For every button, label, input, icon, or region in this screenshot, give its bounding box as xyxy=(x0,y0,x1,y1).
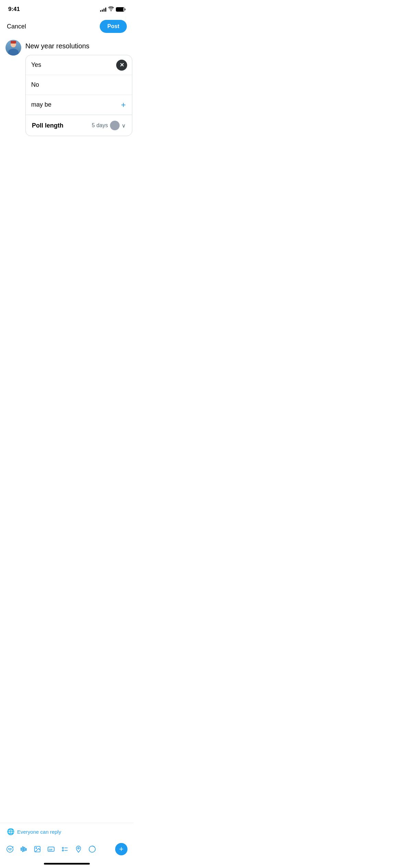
poll-container: ✕ + Poll length 5 days ∨ xyxy=(25,55,132,136)
tweet-content: New year resolutions ✕ + Poll length 5 xyxy=(25,40,132,136)
signal-icon xyxy=(100,7,106,12)
status-bar: 9:41 xyxy=(0,0,134,17)
post-button[interactable]: Post xyxy=(100,20,127,33)
poll-spinner xyxy=(110,121,120,130)
wifi-icon xyxy=(108,7,114,12)
poll-option-1-clear-button[interactable]: ✕ xyxy=(116,60,127,71)
poll-length-value-text: 5 days xyxy=(92,122,108,129)
battery-icon xyxy=(116,7,125,12)
poll-option-1: ✕ xyxy=(26,55,132,75)
avatar xyxy=(5,40,21,56)
cancel-button[interactable]: Cancel xyxy=(7,23,26,30)
poll-option-3-input[interactable] xyxy=(26,95,121,114)
status-time: 9:41 xyxy=(8,6,20,13)
poll-add-option-button[interactable]: + xyxy=(121,101,126,109)
poll-option-1-input[interactable] xyxy=(26,55,116,75)
poll-option-2 xyxy=(26,75,132,95)
poll-length-selector[interactable]: 5 days ∨ xyxy=(92,121,126,130)
poll-length-row: Poll length 5 days ∨ xyxy=(26,115,132,136)
poll-length-label: Poll length xyxy=(32,122,63,129)
compose-area: New year resolutions ✕ + Poll length 5 xyxy=(0,37,134,139)
poll-option-3: + xyxy=(26,95,132,115)
chevron-down-icon: ∨ xyxy=(122,122,126,129)
status-icons xyxy=(100,7,125,12)
nav-bar: Cancel Post xyxy=(0,17,134,37)
tweet-text: New year resolutions xyxy=(25,40,132,51)
poll-option-2-input[interactable] xyxy=(26,75,132,95)
